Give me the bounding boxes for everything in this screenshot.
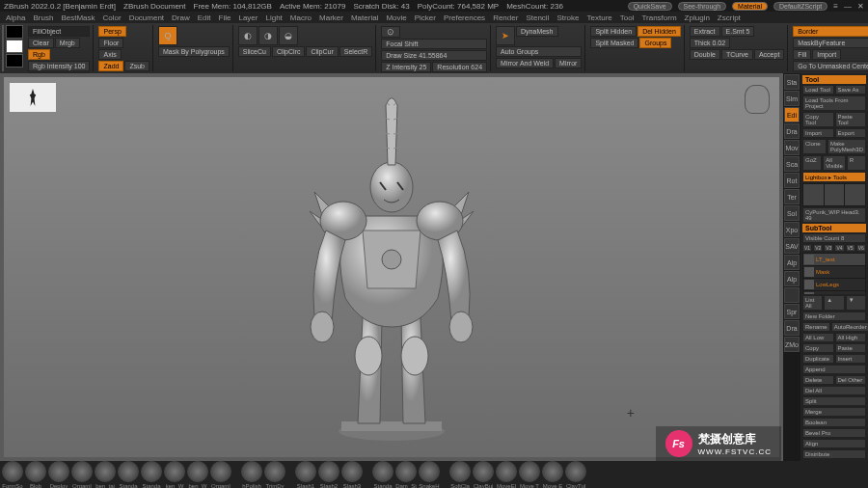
menu-transform[interactable]: Transform xyxy=(641,14,676,22)
subtool-item[interactable]: TLightArmor xyxy=(803,291,865,294)
side-Spray-icon[interactable]: Spr xyxy=(784,304,800,319)
subtool-item[interactable]: Mask xyxy=(803,266,865,278)
border-button[interactable]: Border xyxy=(793,26,868,37)
side-Alpha 0-icon[interactable]: Alp xyxy=(784,271,800,286)
vtab-V4[interactable]: V4 xyxy=(834,244,844,252)
menu-color[interactable]: Color xyxy=(103,14,122,22)
side-Simple-icon[interactable]: Sim xyxy=(784,91,800,106)
paste2-button[interactable]: Paste xyxy=(835,343,867,353)
load-tool-button[interactable]: Load Tool xyxy=(802,85,834,95)
mrgb-button[interactable]: Mrgb xyxy=(55,38,80,48)
r-button[interactable]: R xyxy=(847,155,866,171)
side-SAVE-icon[interactable]: SAV xyxy=(784,238,800,254)
gounmasked-button[interactable]: Go To Unmasked Center xyxy=(793,61,868,71)
fillobject-button[interactable]: FillObject xyxy=(28,26,90,37)
menu-stroke[interactable]: Stroke xyxy=(556,14,579,22)
menu-bestmask[interactable]: BestMask xyxy=(61,14,95,22)
reference-thumbnail[interactable] xyxy=(10,83,56,112)
zadd-button[interactable]: Zadd xyxy=(98,61,123,71)
splithidden-button[interactable]: Split Hidden xyxy=(590,26,637,37)
menu-icon[interactable]: ≡ xyxy=(833,2,838,11)
persp-button[interactable]: Persp xyxy=(98,26,125,37)
material-button[interactable]: Material xyxy=(732,2,768,11)
subtool-item[interactable]: LowLegs xyxy=(803,279,865,290)
brush-Standa[interactable]: Standa xyxy=(118,461,139,489)
swatch-white[interactable] xyxy=(6,40,23,53)
up-icon[interactable]: ▲ xyxy=(824,295,844,311)
delall-button[interactable]: Del All xyxy=(802,386,866,395)
menu-brush[interactable]: Brush xyxy=(33,14,53,22)
split-button[interactable]: Split xyxy=(802,396,866,406)
import2-button[interactable]: Import xyxy=(802,128,834,138)
clear-button[interactable]: Clear xyxy=(28,38,54,48)
menu-zplugin[interactable]: Zplugin xyxy=(685,14,710,22)
extract-button[interactable]: Extract xyxy=(690,26,720,37)
side-Solo-icon[interactable]: Sol xyxy=(784,205,800,221)
brush-Deploy[interactable]: Deploy xyxy=(48,461,69,489)
duplicate-button[interactable]: Duplicate xyxy=(802,354,834,364)
side-Standa-icon[interactable]: Sta xyxy=(784,74,800,90)
maskbypolygroups[interactable]: Mask By Polygroups xyxy=(158,46,230,57)
tool-thumb-2[interactable] xyxy=(825,184,845,205)
defaultscript-button[interactable]: DefaultZScript xyxy=(773,2,827,11)
goz-button[interactable]: GoZ xyxy=(802,155,822,171)
side-ZModel-icon[interactable]: ZMo xyxy=(784,337,800,352)
makepoly-button[interactable]: Make PolyMesh3D xyxy=(827,139,866,154)
menu-tool[interactable]: Tool xyxy=(620,14,635,22)
maskbyfeature-button[interactable]: MaskByFeature xyxy=(793,38,868,48)
delhidden-button[interactable]: Del Hidden xyxy=(637,26,681,37)
side-blank-icon[interactable] xyxy=(784,287,800,303)
menu-layer[interactable]: Layer xyxy=(238,14,258,22)
vtab-V2[interactable]: V2 xyxy=(813,244,823,252)
vtab-V5[interactable]: V5 xyxy=(846,244,855,252)
menu-alpha[interactable]: Alpha xyxy=(6,14,25,22)
toolname-field[interactable]: CyPunk_WIP Head3. 49 xyxy=(802,207,866,223)
clone-button[interactable]: Clone xyxy=(802,139,827,154)
vtab-V1[interactable]: V1 xyxy=(802,244,812,252)
merge-button[interactable]: Merge xyxy=(802,407,866,417)
side-Scale-icon[interactable]: Sca xyxy=(784,156,800,172)
import-button[interactable]: Import xyxy=(812,49,841,60)
side-Edit-icon[interactable]: Edi xyxy=(784,107,800,122)
alllow-button[interactable]: All Low xyxy=(802,333,834,342)
brush-Slash2[interactable]: Slash2 xyxy=(318,461,339,489)
menu-marker[interactable]: Marker xyxy=(319,14,343,22)
rgbintensity-slider[interactable]: Rgb Intensity 100 xyxy=(28,61,90,71)
brush-Standa[interactable]: Standa xyxy=(141,461,162,489)
subtool-header[interactable]: SubTool xyxy=(802,224,866,232)
brush-Slash3[interactable]: Slash3 xyxy=(341,461,363,489)
double-button[interactable]: Double xyxy=(690,49,720,60)
listall-button[interactable]: List All xyxy=(802,295,823,311)
align-button[interactable]: Align xyxy=(802,439,866,448)
swatch-black[interactable] xyxy=(6,25,23,39)
rgb-button[interactable]: Rgb xyxy=(28,49,50,60)
esmt-slider[interactable]: E.Smt 5 xyxy=(721,26,755,37)
minimize-icon[interactable]: — xyxy=(844,2,852,11)
menu-light[interactable]: Light xyxy=(265,14,282,22)
floor-button[interactable]: Floor xyxy=(98,38,123,48)
menu-picker[interactable]: Picker xyxy=(415,14,436,22)
mask-icon-2[interactable]: ◑ xyxy=(258,26,278,45)
bevelpro-button[interactable]: Bevel Pro xyxy=(802,428,866,438)
head-reference-icon[interactable] xyxy=(745,85,770,114)
brush-ClayTul[interactable]: ClayTul xyxy=(565,461,586,489)
color-picker[interactable] xyxy=(2,25,4,71)
tcurve-button[interactable]: TCurve xyxy=(721,49,753,60)
brush-ben_tai[interactable]: ben_tai xyxy=(95,461,116,489)
menu-document[interactable]: Document xyxy=(129,14,164,22)
menu-render[interactable]: Render xyxy=(493,14,518,22)
mask-icon-1[interactable]: ◐ xyxy=(238,26,258,45)
brush-ben_W[interactable]: ben_W xyxy=(187,461,208,489)
insert-button[interactable]: Insert xyxy=(835,354,867,364)
side-Alpha 0-icon[interactable]: Alp xyxy=(784,255,800,270)
dynamesh-button[interactable]: DynaMesh xyxy=(516,26,557,37)
brush-TrimDy[interactable]: TrimDy xyxy=(264,461,285,489)
vtab-V6[interactable]: V6 xyxy=(856,244,866,252)
vtab-V3[interactable]: V3 xyxy=(824,244,833,252)
clipcur-button[interactable]: ClipCur xyxy=(306,46,338,57)
splitmasked-button[interactable]: Split Masked xyxy=(590,38,638,48)
menu-texture[interactable]: Texture xyxy=(587,14,612,22)
mirrorweld-button[interactable]: Mirror And Weld xyxy=(496,58,554,68)
brush-SnakeH[interactable]: SnakeH xyxy=(419,461,440,489)
saveas-button[interactable]: Save As xyxy=(835,85,867,95)
